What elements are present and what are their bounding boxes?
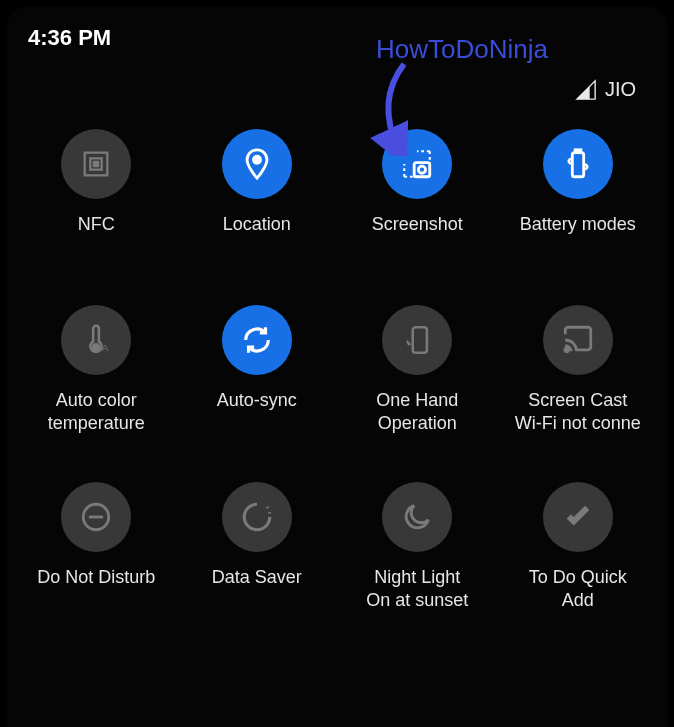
tile-one-hand[interactable]: One Hand Operation (337, 305, 498, 434)
moon-icon (382, 482, 452, 552)
check-icon (543, 482, 613, 552)
watermark-text: HowToDoNinja (376, 34, 548, 65)
tile-label: Auto color temperature (48, 389, 145, 434)
tile-data-saver[interactable]: Data Saver (177, 482, 338, 611)
tile-label: Battery modes (520, 213, 636, 257)
tile-screen-cast[interactable]: Screen Cast Wi-Fi not conne (498, 305, 659, 434)
cast-icon (543, 305, 613, 375)
svg-rect-10 (413, 327, 427, 353)
quick-settings-grid: NFC Location Screenshot (6, 101, 668, 611)
carrier-indicator: JIO (6, 56, 668, 101)
tile-label: Do Not Disturb (37, 566, 155, 610)
tile-label: To Do Quick Add (529, 566, 627, 611)
tile-label: Screenshot (372, 213, 463, 257)
tile-nfc[interactable]: NFC (16, 129, 177, 257)
svg-point-8 (93, 344, 99, 350)
tile-todo-quick-add[interactable]: To Do Quick Add (498, 482, 659, 611)
nfc-icon (61, 129, 131, 199)
svg-point-3 (253, 156, 260, 163)
tile-location[interactable]: Location (177, 129, 338, 257)
quick-settings-panel: 4:36 PM HowToDoNinja JIO NFC (6, 6, 668, 727)
location-icon (222, 129, 292, 199)
tile-label: Location (223, 213, 291, 257)
signal-icon (575, 79, 597, 101)
one-hand-icon (382, 305, 452, 375)
thermometer-icon: A (61, 305, 131, 375)
tile-auto-sync[interactable]: Auto-sync (177, 305, 338, 434)
svg-point-5 (419, 166, 426, 173)
status-time: 4:36 PM (28, 25, 111, 51)
sync-icon (222, 305, 292, 375)
tile-night-light[interactable]: Night Light On at sunset (337, 482, 498, 611)
data-saver-icon (222, 482, 292, 552)
tile-do-not-disturb[interactable]: Do Not Disturb (16, 482, 177, 611)
carrier-label: JIO (605, 78, 636, 101)
tile-battery-modes[interactable]: Battery modes (498, 129, 659, 257)
dnd-icon (61, 482, 131, 552)
svg-point-11 (565, 348, 568, 351)
tile-label: Screen Cast Wi-Fi not conne (515, 389, 641, 434)
tile-label: Data Saver (212, 566, 302, 610)
tile-auto-color-temp[interactable]: A Auto color temperature (16, 305, 177, 434)
svg-rect-7 (575, 150, 581, 153)
status-bar: 4:36 PM (6, 6, 668, 56)
svg-rect-2 (94, 162, 98, 166)
tile-label: Auto-sync (217, 389, 297, 433)
tile-screenshot[interactable]: Screenshot (337, 129, 498, 257)
svg-text:A: A (102, 342, 109, 353)
screenshot-icon (382, 129, 452, 199)
tile-label: NFC (78, 213, 115, 257)
tile-label: One Hand Operation (376, 389, 458, 434)
battery-icon (543, 129, 613, 199)
svg-rect-6 (572, 153, 583, 177)
tile-label: Night Light On at sunset (366, 566, 468, 611)
